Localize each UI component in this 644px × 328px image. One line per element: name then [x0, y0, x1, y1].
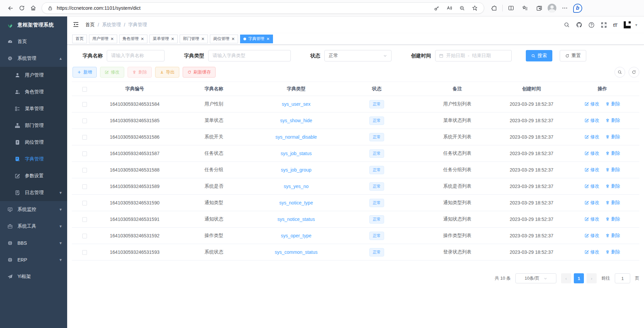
search-button[interactable]: 搜索 [526, 50, 552, 61]
current-page-button[interactable]: 1 [574, 273, 584, 283]
read-aloud-icon[interactable] [444, 2, 455, 14]
row-edit-link[interactable]: 修改 [585, 150, 599, 156]
dict-type-link[interactable]: sys_job_status [281, 151, 312, 156]
dict-type-link[interactable]: sys_user_sex [282, 101, 311, 107]
row-delete-link[interactable]: 删除 [605, 183, 620, 189]
row-checkbox[interactable] [82, 168, 87, 173]
row-edit-link[interactable]: 修改 [585, 101, 599, 107]
tab[interactable]: 部门管理 ✕ [180, 35, 208, 43]
delete-button[interactable]: 删除 [128, 67, 152, 78]
refresh-table-button[interactable] [629, 67, 639, 78]
dict-type-link[interactable]: sys_normal_disable [275, 134, 317, 140]
sidebar-item-home[interactable]: 首页 [0, 33, 67, 50]
sidebar-item-post-mgmt[interactable]: 岗位管理 [0, 134, 67, 151]
collections-icon[interactable] [534, 2, 545, 14]
row-delete-link[interactable]: 删除 [605, 150, 620, 156]
dict-type-link[interactable]: sys_job_group [281, 167, 311, 173]
row-checkbox[interactable] [82, 119, 87, 123]
close-icon[interactable]: ✕ [171, 37, 174, 41]
sidebar-item-menu-mgmt[interactable]: 菜单管理 [0, 100, 67, 117]
row-delete-link[interactable]: 删除 [605, 233, 620, 239]
toggle-search-button[interactable] [614, 67, 625, 78]
sidebar-item-system-tools[interactable]: 系统工具 ▼ [0, 218, 67, 235]
sidebar-item-erp[interactable]: ERP ▼ [0, 251, 67, 268]
tab[interactable]: 首页 [72, 35, 87, 43]
edit-button[interactable]: 修改 [100, 67, 124, 78]
row-delete-link[interactable]: 删除 [605, 118, 620, 124]
github-icon[interactable] [576, 21, 583, 28]
yi-logo[interactable] [623, 20, 632, 29]
reset-button[interactable]: 重置 [560, 50, 586, 61]
tab[interactable]: 岗位管理 ✕ [210, 35, 238, 43]
browser-menu-icon[interactable] [559, 2, 570, 14]
dict-type-link[interactable]: sys_notice_status [277, 217, 315, 222]
row-delete-link[interactable]: 删除 [605, 249, 620, 255]
row-edit-link[interactable]: 修改 [585, 233, 599, 239]
browser-back-icon[interactable] [5, 2, 16, 14]
select-all-checkbox[interactable] [82, 87, 87, 92]
sidebar-item-dict-mgmt[interactable]: 字典管理 [0, 151, 67, 168]
row-checkbox[interactable] [82, 135, 87, 140]
row-checkbox[interactable] [82, 250, 87, 255]
close-icon[interactable]: ✕ [266, 37, 270, 41]
row-checkbox[interactable] [82, 151, 87, 156]
dict-type-input[interactable]: 请输入字典类型 [208, 50, 291, 61]
bing-chat-icon[interactable]: b [573, 4, 582, 13]
sidebar-item-user-mgmt[interactable]: 用户管理 [0, 67, 67, 84]
fullscreen-icon[interactable] [601, 21, 607, 28]
sidebar-item-yi-framework[interactable]: Yi框架 [0, 268, 67, 285]
add-button[interactable]: 新增 [73, 67, 97, 78]
split-screen-icon[interactable] [505, 2, 517, 14]
close-icon[interactable]: ✕ [110, 37, 114, 41]
dict-type-link[interactable]: sys_notice_type [279, 200, 313, 205]
browser-refresh-icon[interactable] [16, 2, 28, 14]
password-key-icon[interactable] [431, 2, 442, 14]
zoom-out-icon[interactable] [456, 2, 468, 14]
row-edit-link[interactable]: 修改 [585, 216, 599, 222]
page-size-select[interactable]: 10条/页 [515, 273, 556, 283]
row-delete-link[interactable]: 删除 [605, 216, 620, 222]
row-checkbox[interactable] [82, 234, 87, 238]
row-delete-link[interactable]: 删除 [605, 101, 620, 107]
row-delete-link[interactable]: 删除 [605, 167, 620, 173]
sidebar-item-param-settings[interactable]: 参数设置 [0, 168, 67, 184]
dict-type-link[interactable]: sys_oper_type [281, 233, 311, 238]
row-delete-link[interactable]: 删除 [605, 200, 620, 206]
dict-type-link[interactable]: sys_common_status [275, 249, 318, 255]
header-search-icon[interactable] [563, 21, 570, 28]
refresh-cache-button[interactable]: 刷新缓存 [183, 67, 216, 78]
row-checkbox[interactable] [82, 201, 87, 205]
sidebar-item-role-mgmt[interactable]: 角色管理 [0, 84, 67, 100]
row-edit-link[interactable]: 修改 [585, 167, 599, 173]
row-edit-link[interactable]: 修改 [585, 200, 599, 206]
breadcrumb-home[interactable]: 首页 [85, 22, 95, 28]
tab[interactable]: 用户管理 ✕ [89, 35, 117, 43]
dict-type-link[interactable]: sys_yes_no [284, 184, 309, 189]
sidebar-item-system-monitor[interactable]: 系统监控 ▼ [0, 201, 67, 218]
row-edit-link[interactable]: 修改 [585, 249, 599, 255]
next-page-button[interactable]: › [587, 273, 597, 283]
sidebar-fold-icon[interactable] [73, 21, 80, 29]
prev-page-button[interactable]: ‹ [561, 273, 571, 283]
row-checkbox[interactable] [82, 184, 87, 189]
tab[interactable]: 菜单管理 ✕ [149, 35, 178, 43]
chevron-down-icon[interactable]: ▼ [635, 23, 638, 27]
export-button[interactable]: 导出 [155, 67, 179, 78]
tab[interactable]: 角色管理 ✕ [119, 35, 147, 43]
row-edit-link[interactable]: 修改 [585, 118, 599, 124]
profile-avatar[interactable] [548, 4, 556, 12]
sidebar-item-log-mgmt[interactable]: 日志管理 ▼ [0, 184, 67, 201]
close-icon[interactable]: ✕ [141, 37, 144, 41]
address-bar[interactable]: https://ccnetcore.com:1101/system/dict [42, 2, 484, 14]
status-select[interactable]: 正常 [324, 50, 392, 61]
row-checkbox[interactable] [82, 217, 87, 222]
row-edit-link[interactable]: 修改 [585, 134, 599, 140]
sidebar-item-dept-mgmt[interactable]: 部门管理 [0, 117, 67, 134]
row-delete-link[interactable]: 删除 [605, 134, 620, 140]
help-icon[interactable] [588, 21, 595, 28]
sidebar-item-system-mgmt[interactable]: 系统管理 ▲ [0, 50, 67, 67]
extensions-icon[interactable] [488, 2, 500, 14]
font-size-icon[interactable]: tT [613, 22, 617, 28]
dict-name-input[interactable]: 请输入字典名称 [107, 50, 165, 61]
favorite-add-icon[interactable] [469, 2, 480, 14]
